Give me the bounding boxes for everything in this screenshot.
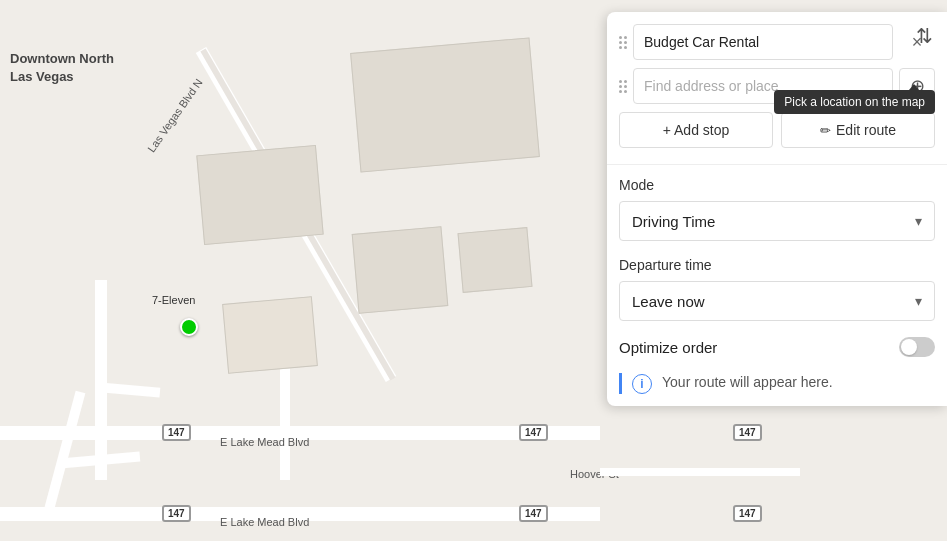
departure-section-label: Departure time xyxy=(619,257,935,273)
mode-dropdown[interactable]: Driving Time ▾ xyxy=(619,201,935,241)
edit-route-label: Edit route xyxy=(836,122,896,138)
poi-dot-7eleven xyxy=(180,318,198,336)
origin-input[interactable] xyxy=(633,24,893,60)
optimize-order-toggle[interactable] xyxy=(899,337,935,357)
toggle-thumb xyxy=(901,339,917,355)
pick-location-tooltip: Pick a location on the map xyxy=(774,90,935,114)
shield-147-6: 147 xyxy=(733,505,762,522)
info-icon: i xyxy=(632,374,652,394)
directions-panel: × ⊕ ⇅ Pick a location on the map + Add s… xyxy=(607,12,947,406)
edit-route-button[interactable]: ✏ Edit route xyxy=(781,112,935,148)
departure-value: Leave now xyxy=(632,293,915,310)
mode-section-label: Mode xyxy=(619,177,935,193)
divider-1 xyxy=(607,164,947,165)
departure-chevron-icon: ▾ xyxy=(915,293,922,309)
action-buttons-row: + Add stop ✏ Edit route xyxy=(619,112,935,148)
area-label: Downtown North Las Vegas xyxy=(10,50,114,86)
departure-dropdown[interactable]: Leave now ▾ xyxy=(619,281,935,321)
mode-value: Driving Time xyxy=(632,213,915,230)
mode-chevron-icon: ▾ xyxy=(915,213,922,229)
optimize-order-row: Optimize order xyxy=(619,337,935,357)
route-info-text: Your route will appear here. xyxy=(662,373,833,393)
destination-drag-handle[interactable] xyxy=(619,80,627,93)
optimize-order-label: Optimize order xyxy=(619,339,899,356)
swap-icon: ⇅ xyxy=(916,26,933,46)
origin-row: × xyxy=(619,24,935,60)
shield-147-5: 147 xyxy=(519,505,548,522)
origin-drag-handle[interactable] xyxy=(619,36,627,49)
road-label-lake-mead-2: E Lake Mead Blvd xyxy=(220,516,309,528)
road-label-blvd-n: Las Vegas Blvd N xyxy=(145,76,205,154)
road-label-lake-mead-1: E Lake Mead Blvd xyxy=(220,436,309,448)
shield-147-2: 147 xyxy=(519,424,548,441)
swap-button[interactable]: ⇅ xyxy=(916,26,933,46)
shield-147-1: 147 xyxy=(162,424,191,441)
route-info-box: i Your route will appear here. xyxy=(619,373,935,394)
shield-147-3: 147 xyxy=(733,424,762,441)
shield-147-4: 147 xyxy=(162,505,191,522)
pencil-icon: ✏ xyxy=(820,123,831,138)
add-stop-button[interactable]: + Add stop xyxy=(619,112,773,148)
poi-label-7eleven: 7-Eleven xyxy=(152,294,195,306)
